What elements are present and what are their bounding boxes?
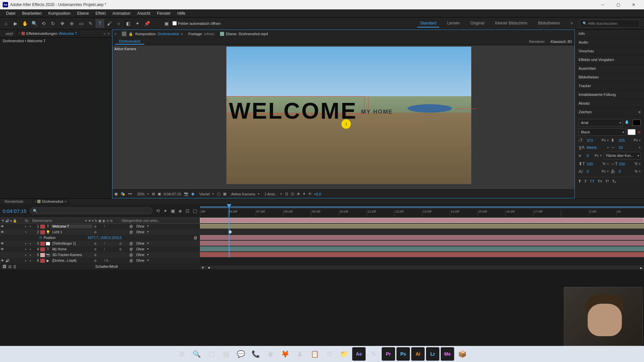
zoom-tool[interactable]: 🔍 <box>30 19 39 28</box>
col-solo-icon[interactable]: ● <box>10 219 12 223</box>
text-layer-welcome[interactable]: WELCOME <box>229 98 357 124</box>
tracking-value[interactable]: 10 <box>619 145 638 149</box>
allcaps-icon[interactable]: TT <box>590 179 594 184</box>
layer-bar[interactable] <box>200 246 644 251</box>
task-app-7[interactable]: 📦 <box>455 347 469 361</box>
task-app-6[interactable]: ✎ <box>367 347 380 361</box>
panel-menu-icon[interactable]: ≡ <box>108 32 110 36</box>
footer-icon-2[interactable]: ⊡ <box>8 264 11 269</box>
task-ai[interactable]: Ai <box>411 347 425 361</box>
tab-close-icon[interactable]: × <box>18 32 20 35</box>
task-obs[interactable]: ⊙ <box>323 347 336 361</box>
twirl-icon[interactable]: ▾ <box>23 231 28 234</box>
stroke-option-dropdown[interactable]: Fläche über Kon... <box>604 152 641 159</box>
kerning-value[interactable]: Metrik <box>587 145 606 149</box>
layer-name[interactable]: Welcome T <box>51 225 93 228</box>
stroke-color-swatch[interactable] <box>628 129 636 135</box>
task-app-2[interactable]: 💬 <box>234 347 248 361</box>
col-audio-icon[interactable]: 🔊 <box>5 219 9 223</box>
menu-ebene[interactable]: Ebene <box>74 10 92 16</box>
visibility-toggle[interactable]: 👁 <box>0 230 5 234</box>
parent-dropdown[interactable]: Ohne <box>134 258 149 263</box>
exposure-value[interactable]: +0,0 <box>314 192 321 196</box>
layer-bar[interactable] <box>200 235 644 240</box>
property-row[interactable]: ⏱ Position 6377,7,-1590,9,1910,5 @ <box>0 235 200 241</box>
project-tab[interactable]: .aept <box>2 31 15 36</box>
vf-icon-grid[interactable]: ⊞ <box>152 192 155 196</box>
panel-vorschau[interactable]: Vorschau <box>575 47 644 56</box>
subscript-icon[interactable]: T₁ <box>612 179 616 184</box>
font-weight-dropdown[interactable]: Black <box>579 128 626 136</box>
layer-row[interactable]: 👁 ▸ ▸ 1 T Welcome T ⊕/ @Ohne <box>0 224 200 229</box>
panel-zeichen-header[interactable]: Zeichen ≡ <box>575 108 644 116</box>
type-tool[interactable]: T <box>96 19 104 28</box>
roto-tool[interactable]: ✦ <box>133 19 142 28</box>
tl-icon-3[interactable]: ▣ <box>171 208 175 214</box>
clone-tool[interactable]: ⟐ <box>114 19 123 28</box>
views-dropdown[interactable]: 1 Ansi... <box>263 191 282 197</box>
visibility-toggle[interactable]: 👁 <box>0 242 5 245</box>
layer-bar[interactable] <box>200 241 644 246</box>
effects-tab[interactable]: × Effekteinstellungen Welcome T <box>15 31 80 36</box>
pickwhip-icon[interactable]: @ <box>129 225 133 228</box>
panel-content-fill[interactable]: Inhaltsbasierte Füllung <box>575 90 644 99</box>
eraser-tool[interactable]: ◧ <box>124 19 132 28</box>
superscript-icon[interactable]: T¹ <box>605 179 609 184</box>
keyframe-stopwatch-icon[interactable]: ⏱ <box>39 236 42 240</box>
exposure-reset-icon[interactable]: ⟲ <box>308 192 311 196</box>
comp-canvas[interactable]: WELCOME MY HOME I <box>226 47 471 184</box>
task-whatsapp[interactable]: 📞 <box>249 347 262 361</box>
panel-absatz[interactable]: Absatz <box>575 99 644 108</box>
visibility-toggle[interactable]: 👁 <box>0 225 5 228</box>
layer-name[interactable]: 3D-Tracker-Kamera <box>51 253 93 257</box>
timeline-zoom[interactable]: ▾● ▴ <box>200 265 644 269</box>
visibility-toggle[interactable]: 👁 <box>0 259 5 262</box>
pickwhip-icon[interactable]: @ <box>129 259 133 262</box>
layer-name[interactable]: [Tiefenfänger 1] <box>51 242 93 245</box>
resolution-dropdown[interactable]: Viertel <box>197 191 214 197</box>
vf-icon-1[interactable]: ▣ <box>114 192 118 196</box>
time-ruler[interactable]: 29f 06:29f 07:29f 08:29f 09:29f 10:29f 1… <box>200 204 644 218</box>
tl-icon-2[interactable]: ✦ <box>163 208 167 214</box>
vf-icon-3[interactable]: 👓 <box>128 192 132 196</box>
tl-icon-1[interactable]: ⟲ <box>156 208 160 214</box>
vf-timecode[interactable]: 0:04:07:15 <box>164 192 181 196</box>
task-view[interactable]: ▢ <box>205 347 218 361</box>
selection-tool[interactable]: ▶ <box>11 19 20 28</box>
baseline-value[interactable]: 0 <box>587 169 600 173</box>
tl-icon-4[interactable]: ◈ <box>178 208 182 214</box>
menu-datei[interactable]: Datei <box>3 10 19 16</box>
workspace-overflow[interactable]: » <box>568 19 576 27</box>
vf-icon-trans[interactable]: ▦ <box>223 192 226 196</box>
task-pr[interactable]: Pr <box>382 347 395 361</box>
hand-tool[interactable]: ✋ <box>20 19 29 28</box>
layer-name[interactable]: Licht 1 <box>51 230 93 234</box>
italic-icon[interactable]: T <box>584 179 587 184</box>
layer-name[interactable]: My Home <box>51 247 93 251</box>
task-explorer[interactable]: 📁 <box>337 347 351 361</box>
layer-bar[interactable] <box>200 224 644 229</box>
footage-tab[interactable]: Footage (ohne) <box>188 32 214 36</box>
vf-icon-2[interactable]: 🎭 <box>120 192 125 196</box>
parent-dropdown[interactable]: Ohne <box>134 252 149 257</box>
task-search[interactable]: 🔍 <box>190 347 203 361</box>
pickwhip-icon[interactable]: @ <box>129 230 133 234</box>
parent-dropdown[interactable]: Ohne <box>134 241 149 246</box>
twirl-icon[interactable]: ▸ <box>23 225 28 228</box>
start-button[interactable]: ⊞ <box>175 347 189 361</box>
panel-bibliotheken[interactable]: Bibliotheken <box>575 73 644 82</box>
puppet-tool[interactable]: 📌 <box>143 19 151 28</box>
pickwhip-icon[interactable]: @ <box>129 253 133 257</box>
snap-icon[interactable]: ▣ <box>162 19 171 28</box>
layer-search[interactable]: 🔍 <box>30 207 153 214</box>
layer-row[interactable]: 👁 ▸▸ 4 T My Home ⊕/⊚ @Ohne <box>0 246 200 252</box>
workspace-bibliotheken[interactable]: Bibliotheken <box>535 19 562 27</box>
layer-bar[interactable] <box>200 218 644 223</box>
panel-tracker[interactable]: Tracker <box>575 82 644 90</box>
bold-icon[interactable]: T <box>579 179 581 184</box>
current-time-indicator[interactable] <box>229 204 229 217</box>
eyedropper-icon[interactable]: 💧 <box>625 120 631 126</box>
panel-menu-icon[interactable]: ≡ <box>639 110 641 114</box>
col-lock-icon[interactable]: 🔒 <box>13 219 17 223</box>
camera-tool[interactable]: ✥ <box>58 19 67 28</box>
